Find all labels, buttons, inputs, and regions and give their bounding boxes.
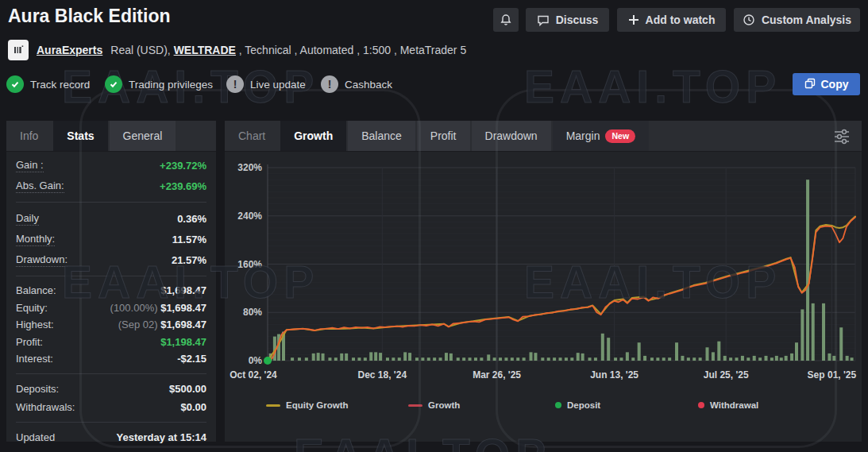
deposit-bar[interactable] bbox=[588, 357, 592, 361]
deposit-bar[interactable] bbox=[439, 357, 442, 361]
deposit-bar[interactable] bbox=[427, 357, 430, 361]
deposit-bar[interactable] bbox=[374, 352, 377, 361]
deposit-bar[interactable] bbox=[317, 353, 320, 361]
deposit-bar[interactable] bbox=[601, 334, 604, 361]
stat-label[interactable]: Gain : bbox=[16, 159, 44, 172]
deposit-bar[interactable] bbox=[675, 342, 678, 361]
deposit-bar[interactable] bbox=[334, 357, 338, 361]
deposit-bar[interactable] bbox=[305, 357, 308, 361]
stat-label[interactable]: Daily bbox=[16, 212, 39, 226]
legend-item-growth[interactable]: Growth bbox=[408, 400, 460, 410]
deposit-bar[interactable] bbox=[638, 342, 641, 361]
deposit-bar[interactable] bbox=[462, 357, 465, 361]
deposit-bar[interactable] bbox=[656, 357, 659, 361]
deposit-bar[interactable] bbox=[534, 353, 537, 361]
deposit-bar[interactable] bbox=[553, 357, 556, 361]
deposit-bar[interactable] bbox=[415, 357, 419, 361]
broker-link[interactable]: WELTRADE bbox=[174, 44, 236, 56]
deposit-bar[interactable] bbox=[758, 357, 762, 361]
deposit-bar[interactable] bbox=[352, 357, 355, 361]
deposit-bar[interactable] bbox=[650, 357, 654, 361]
deposit-bar[interactable] bbox=[631, 357, 635, 361]
legend-item-equity-growth[interactable]: Equity Growth bbox=[266, 400, 349, 410]
deposit-bar[interactable] bbox=[357, 357, 361, 361]
deposit-marker[interactable] bbox=[264, 357, 272, 365]
deposit-bar[interactable] bbox=[547, 357, 550, 361]
deposit-bar[interactable] bbox=[504, 357, 507, 361]
deposit-bar[interactable] bbox=[480, 357, 483, 361]
deposit-bar[interactable] bbox=[795, 342, 798, 361]
badge-trading-privileges[interactable]: Trading privileges bbox=[105, 75, 213, 94]
badge-cashback[interactable]: ! Cashback bbox=[321, 75, 392, 94]
deposit-bar[interactable] bbox=[717, 342, 720, 361]
custom-analysis-button[interactable]: Custom Analysis bbox=[734, 8, 860, 32]
deposit-bar[interactable] bbox=[530, 352, 533, 361]
deposit-bar[interactable] bbox=[839, 327, 843, 361]
deposit-bar[interactable] bbox=[806, 180, 809, 361]
deposit-bar[interactable] bbox=[692, 357, 696, 361]
deposit-bar[interactable] bbox=[594, 357, 597, 361]
deposit-bar[interactable] bbox=[706, 347, 709, 361]
tab-margin[interactable]: MarginNew bbox=[553, 121, 649, 151]
account-avatar[interactable] bbox=[8, 40, 29, 60]
deposit-bar[interactable] bbox=[626, 352, 629, 361]
deposit-bar[interactable] bbox=[474, 357, 477, 361]
deposit-bar[interactable] bbox=[392, 357, 395, 361]
deposit-bar[interactable] bbox=[712, 352, 715, 361]
deposit-bar[interactable] bbox=[753, 356, 756, 361]
deposit-bar[interactable] bbox=[846, 356, 849, 361]
deposit-bar[interactable] bbox=[812, 303, 815, 361]
deposit-bar[interactable] bbox=[523, 357, 526, 361]
deposit-bar[interactable] bbox=[433, 357, 436, 361]
deposit-bar[interactable] bbox=[780, 357, 783, 361]
deposit-bar[interactable] bbox=[765, 356, 768, 361]
deposit-bar[interactable] bbox=[735, 357, 739, 361]
deposit-bar[interactable] bbox=[408, 353, 411, 361]
deposit-bar[interactable] bbox=[516, 357, 519, 361]
stat-label[interactable]: Drawdown: bbox=[16, 253, 68, 267]
deposit-bar[interactable] bbox=[312, 353, 315, 361]
deposit-bar[interactable] bbox=[291, 357, 294, 361]
deposit-bar[interactable] bbox=[643, 356, 646, 361]
deposit-bar[interactable] bbox=[699, 357, 702, 361]
tab-profit[interactable]: Profit bbox=[417, 121, 470, 151]
deposit-bar[interactable] bbox=[607, 338, 610, 361]
deposit-bar[interactable] bbox=[559, 357, 562, 361]
copy-button[interactable]: Copy bbox=[793, 73, 860, 95]
tab-balance[interactable]: Balance bbox=[348, 121, 415, 151]
deposit-bar[interactable] bbox=[681, 356, 684, 361]
discuss-button[interactable]: Discuss bbox=[526, 8, 609, 32]
deposit-bar[interactable] bbox=[457, 357, 460, 361]
deposit-bar[interactable] bbox=[369, 352, 372, 361]
deposit-bar[interactable] bbox=[398, 357, 401, 361]
growth-chart[interactable]: 0%80%160%240%320%Oct 02, '24Dec 18, '24M… bbox=[228, 157, 858, 389]
deposit-bar[interactable] bbox=[614, 357, 617, 361]
growth-line[interactable] bbox=[268, 217, 855, 361]
stat-label[interactable]: Abs. Gain: bbox=[16, 180, 64, 193]
deposit-bar[interactable] bbox=[785, 356, 788, 361]
deposit-bar[interactable] bbox=[851, 357, 854, 361]
deposit-bar[interactable] bbox=[403, 352, 407, 361]
legend-item-deposit[interactable]: Deposit bbox=[555, 400, 600, 410]
deposit-bar[interactable] bbox=[832, 356, 835, 361]
notifications-button[interactable] bbox=[493, 8, 519, 32]
deposit-bar[interactable] bbox=[770, 357, 773, 361]
deposit-bar[interactable] bbox=[421, 357, 424, 361]
deposit-bar[interactable] bbox=[445, 353, 448, 361]
deposit-bar[interactable] bbox=[328, 357, 331, 361]
deposit-bar[interactable] bbox=[322, 353, 325, 361]
deposit-bar[interactable] bbox=[581, 353, 584, 361]
deposit-bar[interactable] bbox=[662, 357, 665, 361]
legend-item-withdrawal[interactable]: Withdrawal bbox=[698, 400, 758, 410]
deposit-bar[interactable] bbox=[800, 309, 804, 361]
deposit-bar[interactable] bbox=[469, 357, 472, 361]
deposit-bar[interactable] bbox=[827, 353, 831, 361]
tab-general[interactable]: General bbox=[110, 121, 176, 151]
deposit-bar[interactable] bbox=[565, 357, 568, 361]
deposit-bar[interactable] bbox=[570, 357, 573, 361]
deposit-bar[interactable] bbox=[668, 357, 671, 361]
deposit-bar[interactable] bbox=[723, 356, 727, 361]
account-name-link[interactable]: AuraExperts bbox=[37, 44, 102, 56]
deposit-bar[interactable] bbox=[822, 303, 825, 361]
deposit-bar[interactable] bbox=[298, 357, 301, 361]
